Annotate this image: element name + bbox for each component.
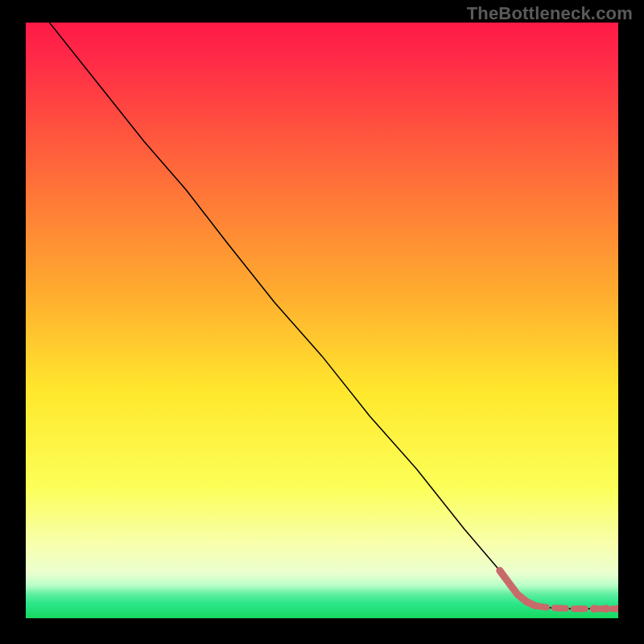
chart-svg [26, 23, 618, 618]
watermark-text: TheBottleneck.com [467, 3, 633, 24]
highlight-dot [602, 605, 610, 613]
plot-area [26, 23, 618, 618]
highlight-dot [591, 605, 599, 613]
gradient-background [26, 23, 618, 618]
chart-frame: TheBottleneck.com [0, 0, 644, 644]
